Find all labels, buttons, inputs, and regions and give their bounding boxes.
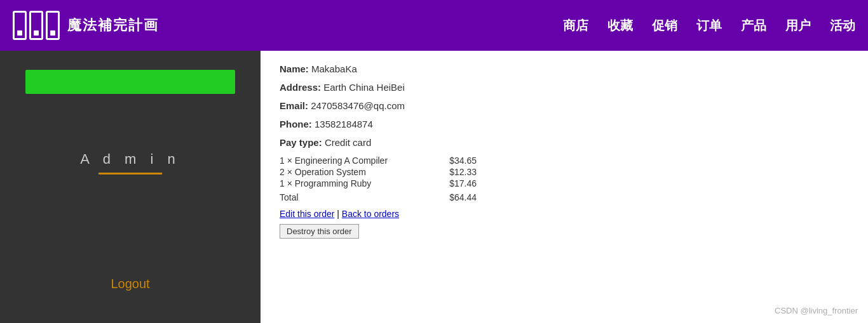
email-row: Email: 2470583476@qq.com: [280, 100, 849, 111]
nav-favorites[interactable]: 收藏: [607, 17, 633, 34]
watermark: CSDN @living_frontier: [775, 306, 858, 315]
pay-type-value: Credit card: [325, 137, 371, 148]
back-to-orders-link[interactable]: Back to orders: [342, 209, 399, 219]
logo-area: 魔法補完計画: [13, 11, 159, 40]
total-label: Total: [280, 192, 432, 202]
sidebar: A d m i n Logout: [0, 51, 261, 323]
search-box[interactable]: [25, 70, 235, 94]
email-label: Email:: [280, 100, 308, 111]
table-row: 1 × Engineering A Compiler $34.65: [280, 155, 849, 166]
phone-value: 13582184874: [315, 119, 373, 129]
logo-block-1: [13, 11, 27, 40]
table-row: 2 × Operation System $12.33: [280, 167, 849, 177]
name-label: Name:: [280, 63, 309, 74]
logo-icon: [13, 11, 60, 40]
admin-label: A d m i n: [80, 151, 180, 168]
total-value: $64.44: [432, 192, 477, 202]
phone-row: Phone: 13582184874: [280, 119, 849, 129]
email-value: 2470583476@qq.com: [311, 100, 405, 111]
order-items: 1 × Engineering A Compiler $34.65 2 × Op…: [280, 155, 849, 188]
action-links: Edit this order | Back to orders: [280, 209, 849, 219]
admin-underline: [98, 173, 162, 175]
address-label: Address:: [280, 82, 321, 93]
main-nav: 商店 收藏 促销 订单 产品 用户 活动: [563, 17, 855, 34]
destroy-order-button[interactable]: Destroy this order: [280, 224, 359, 239]
item-3-desc: 1 × Programming Ruby: [280, 178, 432, 188]
nav-orders[interactable]: 订单: [696, 17, 722, 34]
name-row: Name: MakabaKa: [280, 63, 849, 74]
total-row: Total $64.44: [280, 192, 849, 202]
nav-promotions[interactable]: 促销: [652, 17, 677, 34]
item-2-desc: 2 × Operation System: [280, 167, 432, 177]
edit-order-link[interactable]: Edit this order: [280, 209, 334, 219]
logout-button[interactable]: Logout: [111, 277, 149, 291]
header: 魔法補完計画 商店 收藏 促销 订单 产品 用户 活动: [0, 0, 868, 51]
nav-products[interactable]: 产品: [741, 17, 766, 34]
content: Name: MakabaKa Address: Earth China HeiB…: [261, 51, 868, 323]
logo-block-2: [29, 11, 43, 40]
nav-users[interactable]: 用户: [785, 17, 811, 34]
main-layout: A d m i n Logout Name: MakabaKa Address:…: [0, 51, 868, 323]
address-row: Address: Earth China HeiBei: [280, 82, 849, 93]
name-value: MakabaKa: [311, 63, 357, 74]
nav-shop[interactable]: 商店: [563, 17, 588, 34]
logo-block-3: [46, 11, 60, 40]
pay-type-row: Pay type: Credit card: [280, 137, 849, 148]
item-1-price: $34.65: [432, 155, 477, 166]
logo-title: 魔法補完計画: [67, 16, 159, 35]
link-separator: |: [337, 209, 342, 219]
table-row: 1 × Programming Ruby $17.46: [280, 178, 849, 188]
phone-label: Phone:: [280, 119, 312, 129]
pay-type-label: Pay type:: [280, 137, 322, 148]
nav-activities[interactable]: 活动: [830, 17, 855, 34]
item-1-desc: 1 × Engineering A Compiler: [280, 155, 432, 166]
item-2-price: $12.33: [432, 167, 477, 177]
item-3-price: $17.46: [432, 178, 477, 188]
address-value: Earth China HeiBei: [323, 82, 405, 93]
